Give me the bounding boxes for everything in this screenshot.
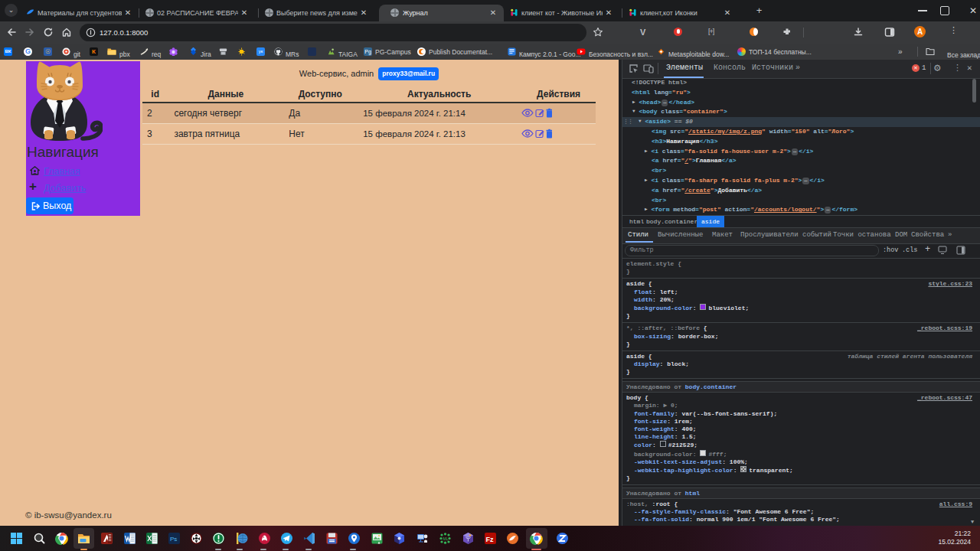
svg-text:Fz: Fz bbox=[486, 536, 494, 543]
svg-text:Ps: Ps bbox=[170, 536, 177, 543]
svg-text:ML: ML bbox=[443, 536, 449, 541]
